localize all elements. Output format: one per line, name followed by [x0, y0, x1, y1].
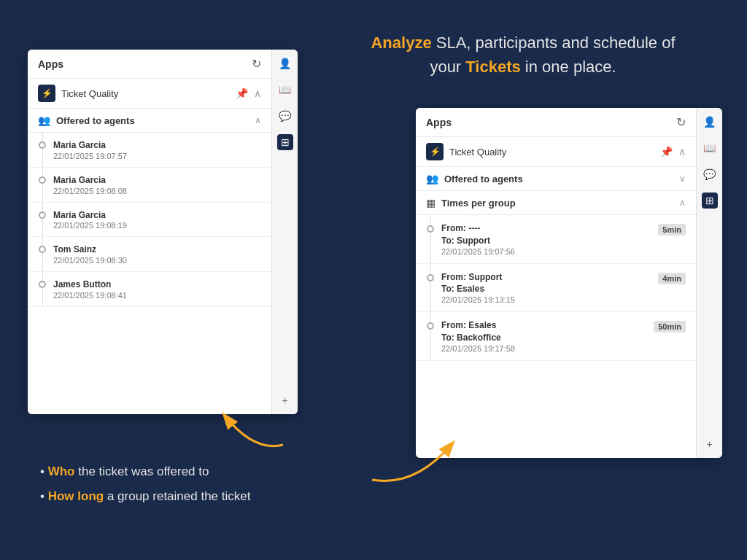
left-agent-dot-3 — [39, 211, 46, 219]
right-group-from-3: From: Esales — [441, 319, 654, 332]
right-people-icon: 👥 — [426, 173, 438, 184]
right-offered-header-left: 👥 Offered to agents — [426, 173, 523, 184]
right-panel: Apps ↻ ⚡ Ticket Quality 📌 ∧ 👥 Offered to… — [416, 108, 722, 458]
left-ticket-quality-row: ⚡ Ticket Quality 📌 ∧ — [28, 79, 271, 109]
right-tq-label: Ticket Quality — [449, 147, 506, 158]
header-section: Analyze SLA, participants and schedule o… — [328, 31, 718, 79]
right-grid-small-icon: ▦ — [426, 197, 436, 209]
left-offered-header-left: 👥 Offered to agents — [38, 114, 135, 126]
left-sidebar-chat-icon[interactable]: 💬 — [277, 108, 293, 124]
left-agent-info-3: Maria Garcia 22/01/2025 19:08:19 — [53, 209, 127, 230]
left-agent-item-4: Tom Sainz 22/01/2025 19:08:30 — [28, 237, 271, 272]
left-agent-dot-1 — [39, 141, 46, 149]
header-line1: SLA, participants and schedule of — [432, 34, 676, 52]
header-line2-pre: your — [430, 58, 465, 76]
left-refresh-icon[interactable]: ↻ — [252, 57, 261, 71]
right-group-date-2: 22/01/2025 19:13:15 — [441, 295, 658, 304]
right-group-dot-2 — [427, 274, 434, 281]
left-tq-left: ⚡ Ticket Quality — [38, 85, 118, 102]
left-agent-name-4: Tom Sainz — [53, 244, 127, 256]
left-agent-info-2: Maria Garcia 22/01/2025 19:08:08 — [53, 174, 127, 195]
right-pin-icon[interactable]: 📌 — [660, 146, 673, 158]
left-agent-name-1: Maria Garcia — [53, 139, 127, 152]
left-agent-item-2: Maria Garcia 22/01/2025 19:08:08 — [28, 168, 271, 203]
left-agent-list[interactable]: Maria Garcia 22/01/2025 19:07:57 Maria G… — [28, 133, 271, 414]
left-agent-item-5: James Button 22/01/2025 19:08:41 — [28, 272, 271, 307]
left-agent-date-2: 22/01/2025 19:08:08 — [53, 187, 127, 195]
left-agent-date-1: 22/01/2025 19:07:57 — [53, 152, 127, 160]
tickets-word: Tickets — [465, 58, 520, 76]
left-panel-content: Apps ↻ ⚡ Ticket Quality 📌 ∧ 👥 Offered to… — [28, 50, 271, 414]
bullet-2-highlight: How long — [48, 489, 104, 503]
right-group-info-1: From: ---- To: Support 22/01/2025 19:07:… — [441, 222, 658, 256]
right-sidebar-icons: 👤 📖 💬 ⊞ + — [696, 108, 722, 458]
arrow-left-svg — [210, 394, 298, 452]
left-tq-right: 📌 ∧ — [236, 88, 261, 99]
left-sidebar-grid-icon[interactable]: ⊞ — [277, 134, 293, 150]
left-pin-icon[interactable]: 📌 — [236, 88, 248, 99]
bullet-1: • Who the ticket was offered to — [40, 459, 250, 484]
bullet-2-rest: a group retained the ticket — [104, 489, 250, 503]
left-agent-info-1: Maria Garcia 22/01/2025 19:07:57 — [53, 139, 127, 160]
right-group-from-2: From: Support — [441, 271, 658, 284]
right-group-from-1: From: ---- — [441, 222, 658, 235]
right-group-item-3: From: Esales To: Backoffice 22/01/2025 1… — [416, 312, 696, 361]
left-agent-item-3: Maria Garcia 22/01/2025 19:08:19 — [28, 203, 271, 238]
right-offered-chevron[interactable]: ∨ — [679, 174, 686, 184]
left-agent-info-5: James Button 22/01/2025 19:08:41 — [53, 279, 127, 300]
left-agent-date-3: 22/01/2025 19:08:19 — [53, 221, 127, 230]
right-sidebar-chat-icon[interactable]: 💬 — [702, 166, 718, 182]
left-tq-label: Ticket Quality — [61, 88, 118, 99]
right-group-date-1: 22/01/2025 19:07:56 — [441, 247, 658, 256]
left-agent-item-1: Maria Garcia 22/01/2025 19:07:57 — [28, 133, 271, 168]
left-panel: Apps ↻ ⚡ Ticket Quality 📌 ∧ 👥 Offered to… — [28, 50, 298, 414]
right-group-item-1: From: ---- To: Support 22/01/2025 19:07:… — [416, 215, 696, 264]
right-group-info-2: From: Support To: Esales 22/01/2025 19:1… — [441, 271, 658, 305]
right-group-info-3: From: Esales To: Backoffice 22/01/2025 1… — [441, 319, 654, 353]
left-offered-chevron[interactable]: ∧ — [255, 115, 261, 125]
left-people-icon: 👥 — [38, 114, 50, 126]
right-group-badge-3: 50min — [654, 321, 686, 332]
right-group-dot-1 — [427, 225, 434, 233]
left-agent-info-4: Tom Sainz 22/01/2025 19:08:30 — [53, 244, 127, 265]
right-times-header-left: ▦ Times per group — [426, 197, 516, 209]
left-sidebar-book-icon[interactable]: 📖 — [277, 82, 293, 98]
left-offered-label: Offered to agents — [56, 115, 135, 126]
arrow-right-svg — [357, 414, 460, 487]
right-sidebar-person-icon[interactable]: 👤 — [702, 114, 718, 130]
right-apps-title: Apps — [426, 117, 452, 128]
left-apps-header: Apps ↻ — [28, 50, 271, 79]
right-tq-right: 📌 ∧ — [660, 146, 686, 158]
left-sidebar-icons: 👤 📖 💬 ⊞ + — [271, 50, 298, 414]
left-agent-name-3: Maria Garcia — [53, 209, 127, 222]
header-line2-rest: in one place. — [521, 58, 616, 76]
left-agent-name-5: James Button — [53, 279, 127, 291]
right-group-to-3: To: Backoffice — [441, 332, 654, 344]
right-times-header: ▦ Times per group ∧ — [416, 191, 696, 215]
left-agent-dot-4 — [39, 246, 46, 253]
right-group-to-1: To: Support — [441, 235, 658, 247]
right-sidebar-plus-icon[interactable]: + — [702, 436, 718, 452]
right-times-chevron[interactable]: ∧ — [679, 198, 686, 208]
right-refresh-icon[interactable]: ↻ — [676, 115, 686, 129]
bullet-1-highlight: Who — [48, 464, 75, 478]
bullet-2: • How long a group retained the ticket — [40, 484, 250, 509]
right-offered-header: 👥 Offered to agents ∨ — [416, 167, 696, 191]
bullet-section: • Who the ticket was offered to • How lo… — [40, 459, 250, 509]
left-collapse-icon[interactable]: ∧ — [254, 88, 261, 99]
left-sidebar-person-icon[interactable]: 👤 — [277, 55, 293, 71]
left-agent-date-4: 22/01/2025 19:08:30 — [53, 256, 127, 265]
right-apps-header: Apps ↻ — [416, 108, 696, 137]
right-panel-content: Apps ↻ ⚡ Ticket Quality 📌 ∧ 👥 Offered to… — [416, 108, 696, 458]
left-offered-header: 👥 Offered to agents ∧ — [28, 109, 271, 133]
left-agent-name-2: Maria Garcia — [53, 174, 127, 187]
right-group-badge-1: 5min — [658, 224, 686, 236]
left-agent-dot-5 — [39, 281, 46, 288]
right-offered-label: Offered to agents — [444, 174, 523, 184]
analyze-word: Analyze — [371, 34, 431, 52]
right-sidebar-book-icon[interactable]: 📖 — [702, 140, 718, 156]
right-collapse-icon[interactable]: ∧ — [678, 146, 686, 158]
right-group-dot-3 — [427, 322, 434, 330]
right-sidebar-grid-icon[interactable]: ⊞ — [702, 192, 718, 209]
left-apps-title: Apps — [38, 58, 63, 70]
